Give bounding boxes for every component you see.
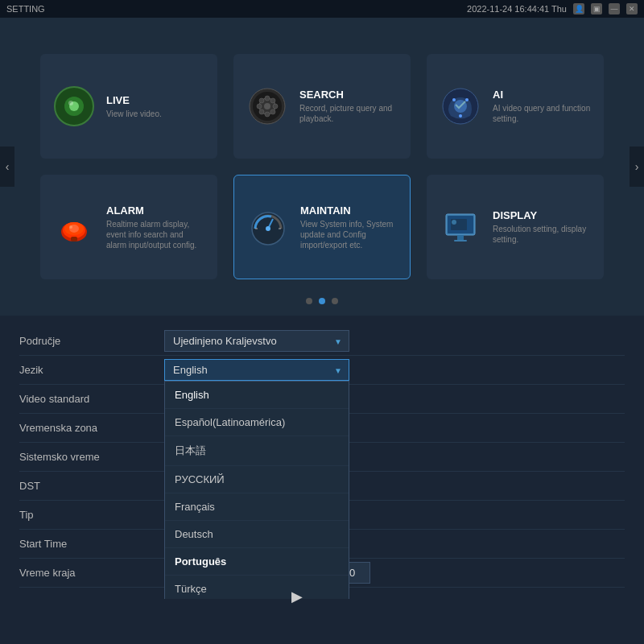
lang-option-0[interactable]: English [165,382,349,409]
live-icon [53,85,95,127]
menu-card-live[interactable]: LIVE View live video. [40,54,217,159]
nav-arrow-right[interactable]: › [630,147,644,187]
card-title-search: SEARCH [299,89,398,101]
svg-point-29 [266,226,270,231]
svg-point-14 [259,109,264,114]
label-video-standard: Video standard [19,388,164,410]
nav-arrow-left[interactable]: ‹ [0,147,14,187]
menu-card-alarm[interactable]: ALARM Realtime alarm display, event info… [40,175,217,279]
setting-row-podrucje: Područje Ujedinjeno Kraljevstvo ▼ [19,327,625,356]
card-desc-alarm: Realtime alarm display, event info searc… [106,219,204,250]
menu-card-display[interactable]: DISPLAY Resolution setting, display sett… [427,175,604,279]
svg-rect-34 [457,235,464,240]
settings-panel: Područje Ujedinjeno Kraljevstvo ▼ Jezik … [0,316,644,599]
svg-rect-35 [454,240,467,242]
ai-icon [440,85,481,127]
label-podrucje: Područje [19,330,164,352]
dropdown-podrucje[interactable]: Ujedinjeno Kraljevstvo ▼ [164,330,349,352]
monitor-icon[interactable]: ▣ [591,3,602,14]
menu-card-search[interactable]: SEARCH Record, picture query and playbac… [233,54,411,159]
svg-point-26 [69,225,72,229]
card-desc-ai: AI video query and function setting. [493,103,591,124]
datetime-display: 2022-11-24 16:44:41 Thu [467,4,567,14]
label-tz: Vremenska zona [19,417,164,439]
svg-point-12 [259,98,264,103]
minimize-icon[interactable]: — [609,3,620,14]
display-icon [440,206,481,248]
svg-point-9 [265,112,270,117]
label-sistemsko: Sistemsko vreme [19,446,164,468]
card-title-live: LIVE [106,94,162,106]
dropdown-btn-podrucje[interactable]: Ujedinjeno Kraljevstvo ▼ [164,330,349,352]
close-icon[interactable]: ✕ [626,3,638,14]
dot-3[interactable] [332,298,338,304]
app-title: SETTING [6,4,45,14]
top-panel: ‹ › LIVE View live video. [0,18,644,316]
search-icon [246,85,288,127]
lang-option-2[interactable]: 日本語 [165,436,349,466]
dropdown-jezik[interactable]: English ▼ English Español(Latinoamérica)… [164,359,349,381]
label-start-time: Start Time [19,533,164,555]
card-title-display: DISPLAY [493,209,591,221]
dropdown-arrow-jezik: ▼ [334,365,342,374]
card-desc-search: Record, picture query and playback. [299,103,398,124]
card-desc-live: View live video. [106,109,162,119]
svg-point-19 [465,98,469,101]
svg-point-37 [452,220,456,225]
page-indicators [306,298,338,304]
lang-option-1[interactable]: Español(Latinoamérica) [165,409,349,436]
menu-card-ai[interactable]: AI AI video query and function setting. [427,54,604,159]
lang-option-5[interactable]: Deutsch [165,521,349,548]
dot-1[interactable] [306,298,312,304]
menu-grid: LIVE View live video. [8,30,636,303]
label-dst: DST [19,475,164,497]
card-desc-display: Resolution setting, display setting. [493,224,591,245]
language-dropdown-list: English Español(Latinoamérica) 日本語 РУССК… [164,381,349,599]
svg-point-3 [68,101,73,105]
dot-2[interactable] [319,298,325,304]
card-title-maintain: MAINTAIN [300,204,397,217]
svg-point-18 [452,98,456,101]
svg-point-11 [273,104,278,109]
dropdown-value-jezik: English [173,364,208,376]
dropdown-btn-jezik[interactable]: English ▼ [164,359,349,381]
svg-point-10 [257,104,262,109]
card-title-ai: AI [493,89,591,101]
label-jezik: Jezik [19,359,164,381]
svg-point-7 [264,103,270,109]
setting-row-jezik: Jezik English ▼ English Español(Latinoam… [19,356,625,385]
dropdown-arrow-podrucje: ▼ [334,336,342,345]
alarm-icon [53,206,95,248]
label-vreme-kraja: Vreme kraja [19,562,164,584]
user-icon[interactable]: 👤 [573,3,584,14]
card-title-alarm: ALARM [106,204,204,217]
svg-point-20 [459,114,462,118]
svg-point-8 [265,96,270,101]
svg-point-15 [270,109,275,114]
label-tip: Tip [19,504,164,526]
control-podrucje: Ujedinjeno Kraljevstvo ▼ [164,330,625,352]
svg-point-13 [270,98,275,103]
card-desc-maintain: View System info, System update and Conf… [300,219,397,250]
lang-option-7[interactable]: Türkçe [165,576,349,599]
lang-option-4[interactable]: Français [165,493,349,521]
dropdown-value-podrucje: Ujedinjeno Kraljevstvo [173,335,277,347]
lang-option-6[interactable]: Português [165,548,349,576]
control-jezik: English ▼ English Español(Latinoamérica)… [164,359,625,381]
maintain-icon [247,206,289,248]
lang-option-3[interactable]: РУССКИЙ [165,466,349,493]
titlebar: SETTING 2022-11-24 16:44:41 Thu 👤 ▣ — ✕ [0,0,644,18]
menu-card-maintain[interactable]: MAINTAIN View System info, System update… [233,175,411,279]
svg-rect-24 [71,237,77,242]
